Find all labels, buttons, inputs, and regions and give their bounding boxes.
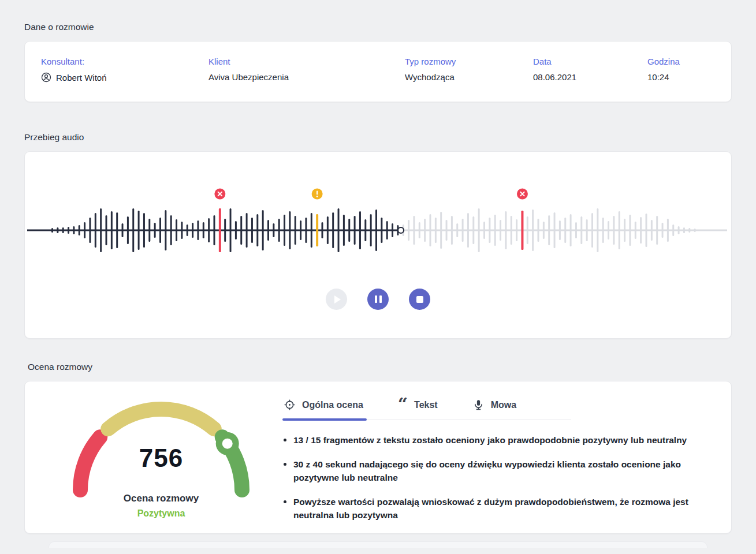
play-button[interactable] bbox=[326, 289, 347, 310]
rating-tabs: Ogólna ocena “ Tekst Mowa bbox=[282, 396, 571, 420]
field-time-value: 10:24 bbox=[647, 72, 731, 82]
audio-card bbox=[24, 151, 732, 339]
field-date-label: Data bbox=[533, 57, 647, 66]
call-info-section: Dane o rozmowie Konsultant: Robert Witoń… bbox=[24, 0, 732, 102]
stop-icon bbox=[416, 296, 423, 303]
field-client-value: Aviva Ubezpieczenia bbox=[208, 72, 405, 82]
waveform-marker-error-icon[interactable] bbox=[214, 189, 225, 200]
field-date-value: 08.06.2021 bbox=[533, 72, 647, 82]
field-consultant-label: Konsultant: bbox=[41, 57, 208, 66]
pause-icon bbox=[375, 295, 382, 303]
rating-bullets: 13 / 15 fragmentów z tekstu zostało ocen… bbox=[282, 433, 710, 522]
field-client-label: Klient bbox=[208, 57, 405, 66]
field-time: Godzina 10:24 bbox=[647, 57, 731, 102]
field-call-type-value: Wychodząca bbox=[405, 72, 533, 82]
bullet-text-fragments: 13 / 15 fragmentów z tekstu zostało ocen… bbox=[282, 433, 710, 447]
score-verdict: Pozytywna bbox=[69, 508, 254, 519]
tab-speech[interactable]: Mowa bbox=[471, 396, 517, 420]
field-call-type: Typ rozmowy Wychodząca bbox=[405, 57, 533, 102]
tab-general-rating[interactable]: Ogólna ocena bbox=[282, 396, 364, 420]
field-date: Data 08.06.2021 bbox=[533, 57, 647, 102]
quote-icon: “ bbox=[398, 402, 408, 411]
target-icon bbox=[284, 399, 296, 411]
field-call-type-label: Typ rozmowy bbox=[405, 57, 533, 66]
score-label: Ocena rozmowy bbox=[69, 493, 254, 504]
field-consultant-value: Robert Witoń bbox=[56, 73, 107, 83]
waveform-marker-warning-icon[interactable] bbox=[312, 189, 323, 200]
play-icon bbox=[334, 295, 341, 304]
tab-text[interactable]: “ Tekst bbox=[397, 396, 439, 420]
pause-button[interactable] bbox=[367, 289, 389, 310]
waveform-marker-error-icon[interactable] bbox=[517, 189, 528, 200]
playback-controls bbox=[25, 289, 731, 310]
bullet-conclusion: Powyższe wartości pozwalają wnioskować z… bbox=[282, 495, 710, 522]
call-info-card: Konsultant: Robert Witoń Klient Aviva Ub… bbox=[24, 41, 732, 102]
gauge-column: 756 Ocena rozmowy Pozytywna bbox=[25, 381, 282, 533]
user-icon bbox=[41, 72, 51, 83]
audio-section: Przebieg audio bbox=[24, 102, 732, 339]
field-client: Klient Aviva Ubezpieczenia bbox=[208, 57, 405, 102]
tab-text-label: Tekst bbox=[414, 400, 438, 410]
rating-title: Ocena rozmowy bbox=[28, 362, 732, 372]
bullet-audio-seconds: 30 z 40 sekund nadającego się do oceny d… bbox=[282, 458, 710, 484]
rating-card: 756 Ocena rozmowy Pozytywna Ogólna ocena bbox=[24, 381, 732, 534]
microphone-icon bbox=[472, 399, 485, 411]
rating-details: Ogólna ocena “ Tekst Mowa bbox=[282, 381, 731, 533]
next-card-sliver bbox=[49, 541, 707, 548]
score-value: 756 bbox=[69, 444, 254, 473]
rating-section: Ocena rozmowy 756 Ocena rozmowy Pozytywn… bbox=[24, 339, 732, 534]
field-time-label: Godzina bbox=[647, 57, 731, 66]
page: Dane o rozmowie Konsultant: Robert Witoń… bbox=[0, 0, 756, 548]
audio-title: Przebieg audio bbox=[24, 132, 732, 143]
tab-general-rating-label: Ogólna ocena bbox=[302, 400, 363, 410]
field-consultant: Konsultant: Robert Witoń bbox=[41, 57, 208, 102]
call-info-title: Dane o rozmowie bbox=[24, 22, 732, 32]
tab-speech-label: Mowa bbox=[491, 400, 516, 410]
stop-button[interactable] bbox=[409, 289, 430, 310]
